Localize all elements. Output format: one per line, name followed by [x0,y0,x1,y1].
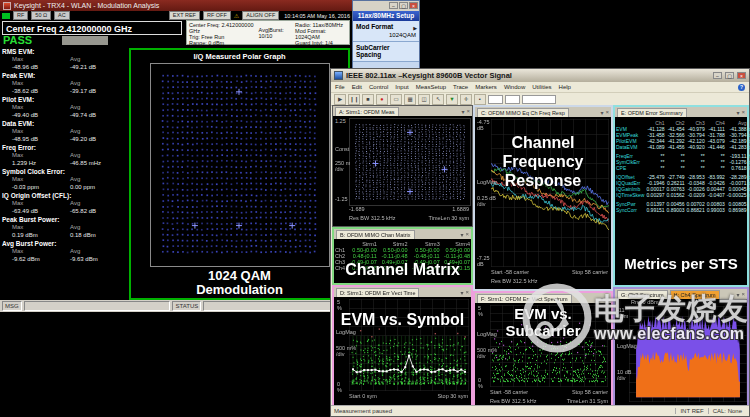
wlan-title-bar[interactable]: Keysight - TRX4 - WLAN - Modulation Anal… [0,0,352,11]
c-ydiv: 0.25 dB /div [477,195,496,207]
play-icon[interactable]: ▶ [334,94,346,105]
persistence-input-1[interactable] [488,95,503,104]
trace-color-icon[interactable]: ▪ [474,94,486,105]
f-timelen: TimeLen 31 Sym [567,398,608,404]
layout-grid-icon[interactable]: ▦ [404,94,416,105]
arrow-right-icon: ▶ [413,25,417,31]
metrics-per-sts-annotation: Metrics per STS [615,255,747,272]
c-ytop: -4.75 dB [477,119,490,131]
metric-section: Avg Burst Power:MaxAvg-9.62 dBm-9.63 dBm [0,240,128,263]
ofdm-meas-canvas [349,118,471,206]
ext-ref-badge: EXT REF [169,11,200,20]
metric-section: Peak Burst Power:MaxAvg0.19 dBm0.18 dBm [0,216,128,239]
evm-symbol-annotation: EVM vs. Symbol [334,311,471,329]
error-summary-table: Ch1Ch2Ch3Ch4AvgEVM-41.128-41.454-40.979-… [615,120,750,213]
info-center-freq: Center Freq: 2.412000000 GHz [189,22,259,34]
msg-label: MSG [2,301,22,311]
coupling-badge: AC [54,11,70,20]
mod-format-button[interactable]: Mod Format ▶ 1024QAM [353,21,419,42]
d-ydiv: 500 m% /div [336,345,356,357]
marker-add-icon[interactable]: ✛ [460,94,472,105]
vsa-maximize-button[interactable]: ▢ [725,72,734,79]
tab-chan-matrix[interactable]: B: OFDM MIMO Chan Matrix [336,230,415,239]
pane-error-summary: E: OFDM Error Summary ▾× Ch1Ch2Ch3Ch4Avg… [613,105,749,287]
info-guard: Guard Intvl: 1/4 [295,40,347,46]
persistence-input-2[interactable] [505,95,520,104]
pane-dropdown-icon[interactable]: ▾ [460,289,463,296]
pane-freq-resp: C: OFDM MIMO Eq Ch Freq Resp ▾× -4.75 dB… [473,105,613,291]
pane-close-icon[interactable]: × [741,109,745,116]
setup-titlebar: – ▢ × [353,1,419,11]
cursor-icon[interactable]: ↖ [432,94,444,105]
pane-close-icon[interactable]: × [465,289,469,296]
help-icon[interactable]: ? [738,84,745,91]
pane-chan-matrix: B: OFDM MIMO Chan Matrix ▾× Strm1Strm2St… [332,227,473,285]
d-ybottom: 0 % [337,381,342,393]
pane-dropdown-icon[interactable]: ▾ [600,109,603,116]
tab-evm-time[interactable]: D: Strm1: OFDM Err Vect Time [336,288,419,297]
pane-dropdown-icon[interactable]: ▾ [461,108,464,115]
menu-utilities[interactable]: Utilities [532,84,551,90]
menu-meassetup[interactable]: MeasSetup [416,84,446,90]
pane-close-icon[interactable]: × [465,231,469,238]
d-ytop: 5 % [337,299,342,311]
menu-control[interactable]: Control [369,84,388,90]
wlan-analyzer-window: Keysight - TRX4 - WLAN - Modulation Anal… [0,0,352,312]
a-timelen: TimeLen 30 sym [429,215,469,221]
marker-peak-icon[interactable]: ▼ [446,94,458,105]
tab-error-summary[interactable]: E: OFDM Error Summary [617,108,687,117]
channel-matrix-annotation: Channel Matrix [334,261,471,279]
vsa-title-bar[interactable]: IEEE 802.11ax –Keysight 89600B Vector Si… [331,69,749,82]
maximize-button[interactable]: ▢ [399,2,408,9]
menu-window[interactable]: Window [504,84,525,90]
tab-ofdm-meas[interactable]: A: Strm1: OFDM Meas [335,107,399,116]
watermark-url: www.elecfans.com [594,325,749,343]
tab-freq-resp[interactable]: C: OFDM MIMO Eq Ch Freq Resp [477,108,569,117]
metric-section: RMS EVM:MaxAvg-48.96 dB-49.21 dB [0,48,128,71]
metric-section: Data EVM:MaxAvg-48.95 dB-49.20 dB [0,120,128,143]
menu-edit[interactable]: Edit [352,84,362,90]
toolbar-icons: ▶❙❙■●▭▦◫↖▼✛▪ [334,94,486,105]
datetime-label: 10:14:05 AM May 16, 2016 [284,13,350,19]
f-xstop: Stop 58 carrier [572,389,608,395]
vsa-window: IEEE 802.11ax –Keysight 89600B Vector Si… [330,68,750,417]
metric-section: Peak EVM:MaxAvg-38.62 dB-39.17 dB [0,72,128,95]
a-xright: 1.6889 [452,206,469,212]
d-ylabel: LogMag [336,329,356,335]
table-row: IQTimeSkew0.002970.01562-0.0209-0.0407-0… [615,192,750,198]
d-xstart: Start 0 sym [349,393,377,399]
menu-file[interactable]: File [335,84,345,90]
close-button[interactable]: × [409,2,418,9]
wlan-window-title: Keysight - TRX4 - WLAN - Modulation Anal… [14,2,159,9]
metric-section: Symbol Clock Error:MaxAvg-0.03 ppm0.00 p… [0,168,128,191]
metric-section: Freq Error:MaxAvg1.239 Hz-46.85 mHz [0,144,128,167]
center-freq-display[interactable]: Center Freq 2.412000000 GHz [2,21,182,35]
layout-split-icon[interactable]: ◫ [418,94,430,105]
vsa-close-button[interactable]: × [737,72,746,79]
pass-badge: PASS [3,34,32,46]
display-icon[interactable]: ▭ [390,94,402,105]
constellation-box [150,63,330,267]
a-ydiv: 250 m /div [335,160,350,172]
table-row: SyncCorr0.991510.890030.868210.990030.86… [615,207,750,213]
keysight-app-icon [3,2,11,10]
pane-dropdown-icon[interactable]: ▾ [460,231,463,238]
info-range: Range: 0 dBm [189,40,259,46]
status-label: STATUS [172,301,201,311]
elecfans-logo [520,281,594,355]
vsa-minimize-button[interactable]: – [713,72,722,79]
minimize-button[interactable]: – [389,2,398,9]
menu-help[interactable]: Help [559,84,571,90]
pane-dropdown-icon[interactable]: ▾ [736,109,739,116]
menu-trace[interactable]: Trace [453,84,468,90]
record-icon[interactable]: ● [376,94,388,105]
subcarrier-spacing-button[interactable]: SubCarrier Spacing [353,42,419,62]
pane-close-icon[interactable]: × [466,108,470,115]
pause-icon[interactable]: ❙❙ [348,94,360,105]
menu-markers[interactable]: Markers [475,84,497,90]
stop-icon[interactable]: ■ [362,94,374,105]
menu-input[interactable]: Input [395,84,408,90]
color-persistence-combo[interactable] [522,95,556,104]
pane-close-icon[interactable]: × [605,109,609,116]
status-field [203,301,350,311]
